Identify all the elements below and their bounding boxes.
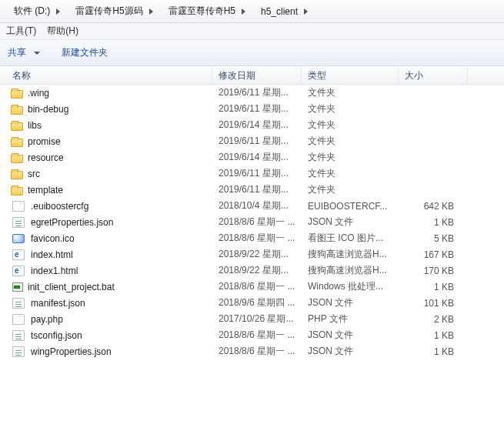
file-date: 2019/6/11 星期... bbox=[212, 135, 302, 148]
file-row[interactable]: bin-debug2019/6/11 星期...文件夹 bbox=[0, 101, 504, 117]
file-date: 2018/9/6 星期四 ... bbox=[212, 296, 302, 309]
file-type: Windows 批处理... bbox=[302, 280, 399, 293]
chevron-right-icon[interactable] bbox=[304, 8, 308, 15]
file-row[interactable]: index.html2018/9/22 星期...搜狗高速浏览器H...167 … bbox=[0, 246, 504, 262]
file-date: 2019/6/14 星期... bbox=[212, 151, 302, 164]
folder-icon bbox=[11, 171, 23, 179]
file-row[interactable]: .euiboostercfg2018/10/4 星期...EUIBOOSTERC… bbox=[0, 198, 504, 214]
breadcrumb-label: 雷霆至尊传奇H5 bbox=[169, 5, 235, 18]
file-type: PHP 文件 bbox=[302, 312, 399, 326]
chevron-right-icon[interactable] bbox=[149, 8, 153, 15]
new-folder-button[interactable]: 新建文件夹 bbox=[62, 46, 108, 59]
file-name: index.html bbox=[31, 249, 73, 260]
file-row[interactable]: tsconfig.json2018/8/6 星期一 ...JSON 文件1 KB bbox=[0, 327, 504, 343]
file-name-cell: favicon.ico bbox=[0, 232, 212, 245]
file-row[interactable]: init_client_project.bat2018/8/6 星期一 ...W… bbox=[0, 279, 504, 295]
folder-icon bbox=[11, 187, 23, 195]
file-name: favicon.ico bbox=[31, 233, 75, 244]
file-row[interactable]: index1.html2018/9/22 星期...搜狗高速浏览器H...170… bbox=[0, 262, 504, 279]
file-name-cell: tsconfig.json bbox=[0, 329, 212, 342]
html-file-icon bbox=[12, 249, 25, 260]
file-name-cell: manifest.json bbox=[0, 297, 212, 309]
file-row[interactable]: libs2019/6/14 星期...文件夹 bbox=[0, 117, 504, 133]
column-header-type[interactable]: 类型 bbox=[302, 67, 399, 84]
menu-help[interactable]: 帮助(H) bbox=[47, 25, 78, 38]
html-file-icon bbox=[12, 266, 25, 276]
file-row[interactable]: resource2019/6/14 星期...文件夹 bbox=[0, 149, 504, 165]
breadcrumb-label: h5_client bbox=[261, 6, 298, 17]
breadcrumb[interactable]: 雷霆至尊传奇H5 bbox=[162, 0, 255, 22]
file-name-cell: wingProperties.json bbox=[0, 346, 212, 358]
column-header-date[interactable]: 修改日期 bbox=[212, 67, 302, 84]
file-row[interactable]: template2019/6/11 星期...文件夹 bbox=[0, 182, 504, 198]
file-type: JSON 文件 bbox=[302, 329, 399, 342]
file-row[interactable]: egretProperties.json2018/8/6 星期一 ...JSON… bbox=[0, 214, 504, 230]
address-bar[interactable]: 软件 (D:) 雷霆传奇H5源码 雷霆至尊传奇H5 h5_client bbox=[0, 0, 504, 23]
file-date: 2018/8/6 星期一 ... bbox=[212, 329, 302, 342]
file-row[interactable]: manifest.json2018/9/6 星期四 ...JSON 文件101 … bbox=[0, 295, 504, 311]
file-name: .wing bbox=[28, 88, 49, 99]
file-name: promise bbox=[28, 136, 61, 147]
file-date: 2019/6/14 星期... bbox=[212, 119, 302, 132]
folder-icon bbox=[11, 106, 23, 115]
file-row[interactable]: favicon.ico2018/8/6 星期一 ...看图王 ICO 图片...… bbox=[0, 230, 504, 246]
file-name: pay.php bbox=[31, 314, 63, 325]
file-name: src bbox=[28, 169, 40, 179]
file-name-cell: template bbox=[0, 185, 212, 195]
file-name: libs bbox=[28, 120, 42, 131]
folder-icon bbox=[11, 155, 23, 163]
file-name-cell: init_client_project.bat bbox=[0, 281, 212, 293]
file-name: wingProperties.json bbox=[31, 346, 112, 357]
breadcrumb-label: 雷霆传奇H5源码 bbox=[75, 5, 142, 18]
file-name-cell: pay.php bbox=[0, 313, 212, 326]
file-date: 2017/10/26 星期... bbox=[212, 312, 302, 326]
chevron-right-icon[interactable] bbox=[56, 8, 60, 15]
ico-file-icon bbox=[12, 234, 25, 243]
file-row[interactable]: src2019/6/11 星期...文件夹 bbox=[0, 165, 504, 182]
file-name-cell: index.html bbox=[0, 249, 212, 261]
folder-icon bbox=[11, 139, 23, 147]
folder-icon bbox=[11, 90, 23, 99]
json-file-icon bbox=[12, 298, 25, 309]
file-name-cell: .wing bbox=[0, 88, 212, 99]
file-size: 2 KB bbox=[399, 314, 468, 325]
file-date: 2018/10/4 星期... bbox=[212, 199, 302, 212]
file-date: 2018/8/6 星期一 ... bbox=[212, 280, 302, 293]
file-name-cell: resource bbox=[0, 152, 212, 163]
breadcrumb-label: 软件 (D:) bbox=[14, 5, 50, 18]
file-size: 101 KB bbox=[399, 298, 468, 309]
json-file-icon bbox=[12, 217, 25, 228]
file-name: .euiboostercfg bbox=[31, 201, 88, 212]
breadcrumb[interactable]: 软件 (D:) bbox=[8, 0, 69, 22]
file-size: 1 KB bbox=[399, 346, 468, 357]
toolbar: 共享 新建文件夹 bbox=[0, 40, 504, 66]
file-row[interactable]: .wing2019/6/11 星期...文件夹 bbox=[0, 85, 504, 101]
file-type: 看图王 ICO 图片... bbox=[302, 232, 399, 245]
file-date: 2019/6/11 星期... bbox=[212, 102, 302, 115]
breadcrumb[interactable]: 雷霆传奇H5源码 bbox=[69, 0, 162, 22]
button-label: 新建文件夹 bbox=[62, 46, 108, 59]
column-header-size[interactable]: 大小 bbox=[399, 67, 468, 84]
file-date: 2018/9/22 星期... bbox=[212, 248, 302, 261]
file-name-cell: bin-debug bbox=[0, 104, 212, 115]
file-name: resource bbox=[28, 152, 64, 163]
share-button[interactable]: 共享 bbox=[8, 46, 40, 59]
file-date: 2019/6/11 星期... bbox=[212, 167, 302, 180]
file-row[interactable]: promise2019/6/11 星期...文件夹 bbox=[0, 133, 504, 149]
file-row[interactable]: wingProperties.json2018/8/6 星期一 ...JSON … bbox=[0, 343, 504, 359]
column-headers: 名称 修改日期 类型 大小 bbox=[0, 66, 504, 85]
file-row[interactable]: pay.php2017/10/26 星期...PHP 文件2 KB bbox=[0, 311, 504, 327]
file-name-cell: index1.html bbox=[0, 265, 212, 277]
file-type: JSON 文件 bbox=[302, 296, 399, 309]
menu-tools[interactable]: 工具(T) bbox=[6, 25, 36, 38]
file-type: 文件夹 bbox=[302, 151, 399, 164]
file-type: JSON 文件 bbox=[302, 345, 399, 358]
breadcrumb[interactable]: h5_client bbox=[255, 0, 317, 22]
column-header-name[interactable]: 名称 bbox=[0, 67, 212, 84]
file-size: 1 KB bbox=[399, 282, 468, 292]
folder-icon bbox=[11, 122, 23, 131]
chevron-right-icon[interactable] bbox=[242, 8, 245, 15]
file-type: JSON 文件 bbox=[302, 216, 399, 229]
json-file-icon bbox=[12, 346, 25, 357]
file-size: 1 KB bbox=[399, 217, 468, 228]
